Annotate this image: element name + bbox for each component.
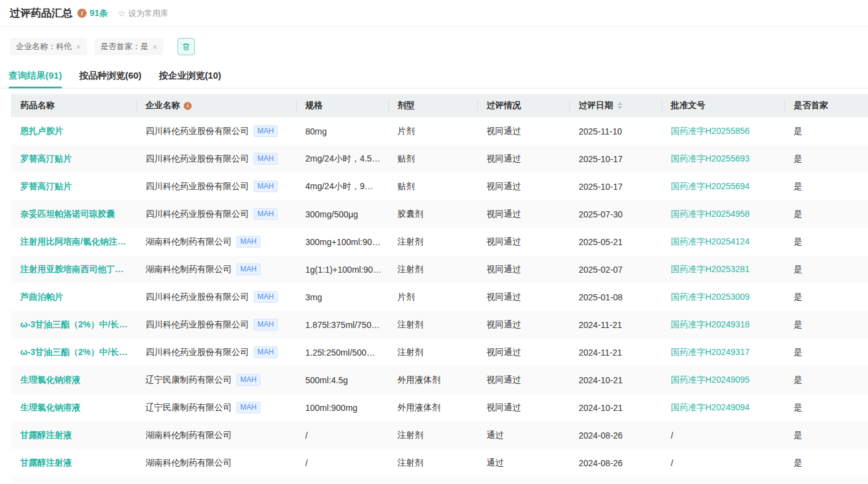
table-row: 生理氯化钠溶液 辽宁民康制药有限公司 MAH 100ml:900mg 外用液体剂… (11, 394, 868, 421)
trash-icon (182, 42, 190, 51)
status-cell: 视同通过 (477, 283, 569, 311)
date-cell: 2024-10-21 (569, 366, 662, 394)
approval-number-link[interactable]: 国药准字H20255693 (671, 154, 749, 165)
is-first-cell: 是 (784, 200, 868, 228)
column-header-status: 过评情况 (477, 94, 569, 117)
approval-number-link[interactable]: 国药准字H20249095 (671, 375, 749, 386)
close-icon[interactable]: × (153, 42, 158, 52)
title-bar: 过评药品汇总 i 91条 ☆ 设为常用库 (0, 0, 868, 27)
company-name: 四川科伦药业股份有限公司 (146, 209, 249, 220)
drug-name-link[interactable]: 注射用亚胺培南西司他丁… (20, 264, 123, 275)
dosage-form-cell: 注射剂 (388, 421, 477, 449)
drug-name-link[interactable]: 生理氯化钠溶液 (20, 375, 80, 386)
filter-tag-first: 是否首家：是 × (95, 38, 164, 55)
page-title: 过评药品汇总 (10, 6, 72, 20)
dosage-form-cell: 外用液体剂 (388, 394, 477, 421)
date-cell: 2025-01-08 (569, 283, 662, 311)
drug-name-link[interactable]: 甘露醇注射液 (20, 458, 72, 469)
result-count: 91条 (90, 8, 108, 19)
approval-number-link[interactable]: 国药准字H20255694 (671, 181, 749, 192)
spec-cell: 500ml:4.5g (296, 366, 388, 394)
table-row: ω-3甘油三酯（2%）中/长… 四川科伦药业股份有限公司 MAH 1.875l:… (11, 311, 868, 338)
date-cell: 2024-11-21 (569, 311, 662, 338)
dosage-form-cell: 注射剂 (388, 311, 477, 338)
drug-name-link[interactable]: ω-3甘油三酯（2%）中/长… (20, 319, 127, 330)
drug-name-link[interactable]: 恩扎卢胺片 (20, 126, 63, 137)
spec-cell: 1.25l:250ml/500… (296, 338, 388, 366)
is-first-cell: 是 (784, 421, 868, 449)
mah-badge: MAH (254, 125, 278, 137)
tab-query-results[interactable]: 查询结果(91) (9, 66, 62, 88)
mah-badge: MAH (254, 291, 278, 303)
approval-number-link[interactable]: 国药准字H20254124 (671, 236, 749, 248)
approval-number-link[interactable]: 国药准字H20255856 (671, 126, 749, 137)
drug-name-link[interactable]: 甘露醇注射液 (20, 430, 72, 441)
drug-name-link[interactable]: 芦曲泊帕片 (20, 292, 63, 303)
sort-icon[interactable] (617, 102, 622, 109)
is-first-cell: 是 (784, 256, 868, 283)
dosage-form-cell: 注射剂 (388, 338, 477, 366)
date-cell: 2024-11-21 (569, 338, 662, 366)
star-icon: ☆ (118, 8, 126, 19)
clear-filters-button[interactable] (178, 38, 195, 55)
company-name: 四川科伦药业股份有限公司 (146, 181, 249, 192)
dosage-form-cell: 片剂 (388, 283, 477, 311)
set-favorite-button[interactable]: ☆ 设为常用库 (118, 8, 168, 19)
spec-cell: 80mg (296, 117, 388, 145)
approval-number-link[interactable]: 国药准字H20249317 (671, 347, 749, 358)
drug-name-link[interactable]: ω-3甘油三酯（2%）中/长… (20, 347, 127, 358)
status-cell: 视同通过 (477, 366, 569, 394)
date-cell: 2024-10-21 (569, 394, 662, 421)
drug-name-link[interactable]: 奈妥匹坦帕洛诺司琼胶囊 (20, 209, 115, 220)
company-name: 辽宁民康制药有限公司 (146, 402, 232, 413)
spec-cell: 3mg (296, 283, 388, 311)
table-row: 生理氯化钠溶液 辽宁民康制药有限公司 MAH 500ml:4.5g 外用液体剂 … (11, 366, 868, 394)
tab-by-variety[interactable]: 按品种浏览(60) (79, 66, 142, 88)
company-name: 四川科伦药业股份有限公司 (146, 319, 249, 330)
drug-name-link[interactable]: 生理氯化钠溶液 (20, 402, 80, 413)
column-header-date[interactable]: 过评日期 (569, 94, 662, 117)
drug-name-link[interactable]: 注射用比阿培南/氯化钠注… (20, 236, 126, 248)
approval-number-link[interactable]: 国药准字H20253281 (671, 264, 749, 275)
filter-tag-company: 企业名称：科伦 × (10, 38, 87, 55)
company-name: 湖南科伦制药有限公司 (146, 430, 232, 441)
date-cell: 2024-08-26 (569, 421, 662, 449)
dosage-form-cell: 贴剂 (388, 173, 477, 200)
approval-number-link[interactable]: 国药准字H20249318 (671, 319, 749, 330)
approval-number-link[interactable]: 国药准字H20249094 (671, 402, 749, 413)
drug-name-link[interactable]: 罗替高汀贴片 (20, 154, 72, 165)
mah-badge: MAH (254, 153, 278, 165)
spec-cell: / (296, 421, 388, 449)
tab-by-company[interactable]: 按企业浏览(10) (158, 66, 221, 88)
table-row: 甘露醇注射液 湖南科伦制药有限公司 / 注射剂 通过 2024-08-26 / … (11, 421, 868, 449)
company-name: 四川科伦药业股份有限公司 (146, 154, 249, 165)
status-cell: 视同通过 (477, 117, 569, 145)
filter-tag-label: 是否首家：是 (101, 41, 149, 52)
table-row: 注射用比阿培南/氯化钠注… 湖南科伦制药有限公司 MAH 300mg+100ml… (11, 228, 868, 256)
approval-number-link[interactable]: 国药准字H20254958 (671, 209, 749, 220)
company-name: 四川科伦药业股份有限公司 (146, 126, 249, 137)
is-first-cell: 是 (784, 311, 868, 338)
mah-badge: MAH (237, 263, 260, 275)
info-icon[interactable]: i (184, 102, 192, 110)
status-cell: 视同通过 (477, 173, 569, 200)
is-first-cell: 是 (784, 173, 868, 200)
tab-bar: 查询结果(91) 按品种浏览(60) 按企业浏览(10) (0, 66, 868, 88)
date-cell: 2024-08-26 (569, 449, 662, 477)
column-header-company: 企业名称 i (136, 94, 296, 117)
table-row: 罗替高汀贴片 四川科伦药业股份有限公司 MAH 2mg/24小时，4.5… 贴剂… (11, 145, 868, 173)
drug-name-link[interactable]: 罗替高汀贴片 (20, 181, 72, 192)
column-header-approval-no: 批准文号 (662, 94, 784, 117)
close-icon[interactable]: × (76, 42, 81, 52)
status-cell: 视同通过 (477, 394, 569, 421)
approval-number-link[interactable]: 国药准字H20253009 (671, 292, 749, 303)
is-first-cell: 是 (784, 394, 868, 421)
approval-number-link: / (671, 458, 673, 468)
info-icon[interactable]: i (77, 9, 87, 18)
status-cell: 视同通过 (477, 338, 569, 366)
date-cell: 2025-11-10 (569, 117, 662, 145)
status-cell: 视同通过 (477, 311, 569, 338)
mah-badge: MAH (254, 319, 278, 330)
is-first-cell: 是 (784, 283, 868, 311)
spec-cell: 100ml:900mg (296, 394, 388, 421)
